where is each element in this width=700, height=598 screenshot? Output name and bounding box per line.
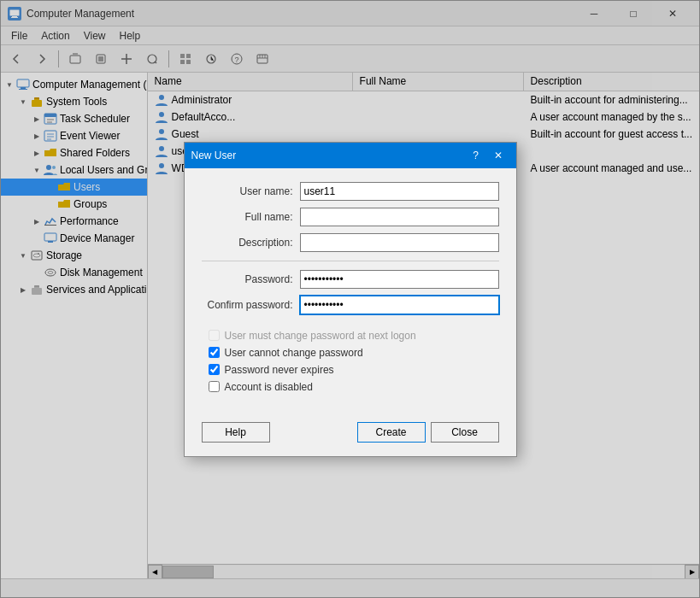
- confirm-password-input[interactable]: [300, 296, 499, 314]
- password-label: Password:: [202, 273, 300, 285]
- fullname-input[interactable]: [300, 208, 499, 226]
- fullname-row: Full name:: [202, 208, 499, 226]
- cannot-change-password-label: User cannot change password: [225, 347, 363, 359]
- dialog-overlay: New User ? ✕ User name: Full name: Descr…: [0, 0, 700, 598]
- dialog-close-icon-button[interactable]: ✕: [487, 146, 509, 165]
- description-row: Description:: [202, 233, 499, 252]
- never-expires-row: Password never expires: [202, 364, 499, 376]
- fullname-label: Full name:: [202, 211, 300, 223]
- username-label: User name:: [202, 185, 300, 197]
- description-label: Description:: [202, 237, 300, 249]
- cannot-change-row: User cannot change password: [202, 347, 499, 359]
- password-row: Password:: [202, 270, 499, 289]
- confirm-password-row: Confirm password:: [202, 296, 499, 314]
- must-change-password-label: User must change password at next logon: [225, 330, 416, 342]
- account-disabled-row: Account is disabled: [202, 381, 499, 393]
- close-dialog-button[interactable]: Close: [431, 422, 499, 443]
- username-row: User name:: [202, 182, 499, 201]
- account-disabled-label: Account is disabled: [225, 381, 313, 393]
- must-change-password-checkbox[interactable]: [209, 330, 220, 341]
- dialog-body: User name: Full name: Description: Passw…: [185, 168, 516, 412]
- username-input[interactable]: [300, 182, 499, 201]
- form-divider: [202, 261, 499, 261]
- password-never-expires-checkbox[interactable]: [209, 364, 220, 375]
- dialog-titlebar: New User ? ✕: [185, 143, 516, 168]
- new-user-dialog: New User ? ✕ User name: Full name: Descr…: [184, 142, 517, 457]
- password-input[interactable]: [300, 270, 499, 289]
- create-button[interactable]: Create: [357, 422, 426, 443]
- dialog-footer: Help Create Close: [185, 412, 516, 456]
- help-button[interactable]: Help: [202, 422, 270, 443]
- password-never-expires-label: Password never expires: [225, 364, 334, 376]
- action-buttons: Create Close: [357, 422, 499, 443]
- dialog-help-icon-button[interactable]: ?: [465, 146, 487, 165]
- spacer: [202, 321, 499, 330]
- must-change-row: User must change password at next logon: [202, 330, 499, 342]
- description-input[interactable]: [300, 233, 499, 252]
- cannot-change-password-checkbox[interactable]: [209, 347, 220, 358]
- dialog-title: New User: [191, 150, 465, 161]
- account-disabled-checkbox[interactable]: [209, 381, 220, 392]
- confirm-password-label: Confirm password:: [202, 299, 300, 311]
